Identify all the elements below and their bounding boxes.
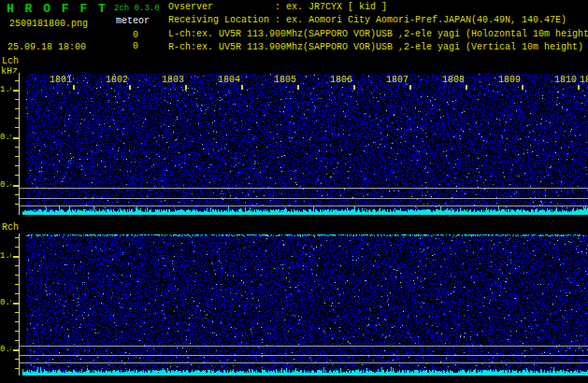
- time-label-1804: 1804: [216, 75, 240, 85]
- output-filename: 2509181800.png: [9, 19, 88, 29]
- time-label-1803: 1803: [160, 75, 184, 85]
- rch-receiver-line: R-ch:ex. UV5R 113.900Mhz(SAPPORO VOR)USB…: [168, 42, 583, 52]
- time-label-1808: 1808: [440, 75, 465, 85]
- time-label-1806: 1806: [328, 75, 352, 85]
- time-label-1809: 1809: [496, 75, 521, 85]
- mode-label: meteor: [116, 16, 150, 26]
- time-label-1805: 1805: [272, 75, 296, 85]
- rch-channel-label: Rch: [2, 222, 19, 233]
- time-label-partial: 18: [580, 75, 588, 85]
- lch-receiver-line: L-ch:ex. UV5R 113.900Mhz(SAPPORO VOR)USB…: [168, 29, 588, 39]
- app-title: H R O F F T: [7, 2, 108, 16]
- receiving-location-line: Receiving Location : ex. Aomori City Aom…: [168, 15, 566, 25]
- meteor-count-upper: 0: [110, 30, 138, 40]
- time-label-1810: 1810: [552, 75, 577, 85]
- time-label-1807: 1807: [384, 75, 409, 85]
- app-version: 2ch 0.3.0: [114, 4, 160, 13]
- observer-info-line: Ovserver : ex. JR7CYX [ kid ]: [168, 2, 387, 12]
- datetime-label: 25.09.18 18:00: [7, 42, 86, 52]
- time-label-1801: 1801: [48, 75, 72, 85]
- rch-spectrogram: [11, 234, 588, 376]
- lch-spectrogram: [11, 73, 588, 215]
- time-label-1802: 1802: [104, 75, 128, 85]
- hrofft-output-screen: H R O F F T 2ch 0.3.0 2509181800.png met…: [0, 0, 588, 383]
- lch-channel-label: Lch: [2, 56, 19, 66]
- meteor-count-lower: 0: [110, 41, 138, 51]
